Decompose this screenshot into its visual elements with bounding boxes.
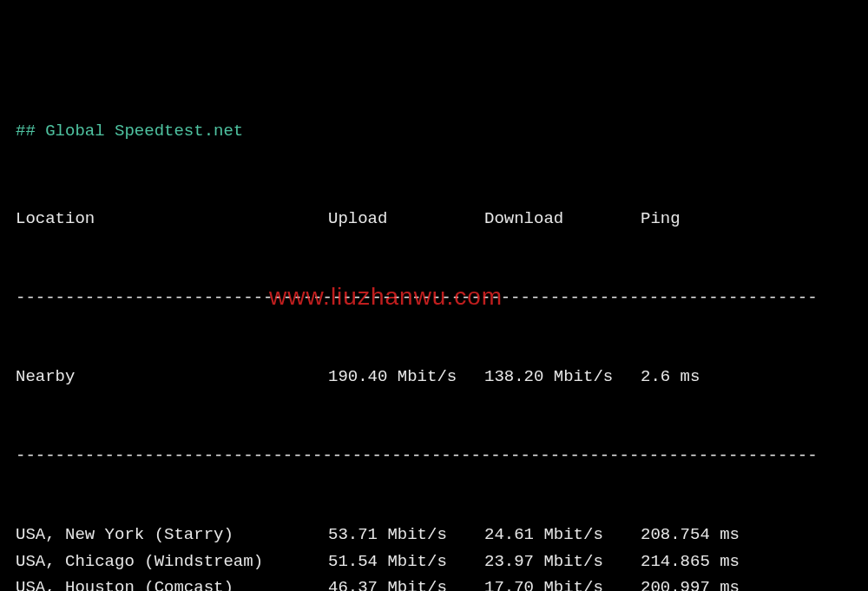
cell-location: USA, Chicago (Windstream) bbox=[16, 548, 328, 575]
nearby-download: 138.20 Mbit/s bbox=[484, 364, 641, 390]
col-header-upload: Upload bbox=[328, 206, 484, 232]
cell-download: 24.61 Mbit/s bbox=[484, 522, 641, 548]
col-header-download: Download bbox=[484, 206, 641, 232]
table-row: USA, Houston (Comcast)46.37 Mbit/s17.70 … bbox=[16, 575, 852, 591]
nearby-row: Nearby 190.40 Mbit/s 138.20 Mbit/s 2.6 m… bbox=[16, 364, 852, 390]
nearby-upload: 190.40 Mbit/s bbox=[328, 364, 484, 390]
cell-location: USA, Houston (Comcast) bbox=[16, 575, 328, 591]
col-header-ping: Ping bbox=[641, 206, 852, 232]
table-header-row: Location Upload Download Ping bbox=[16, 206, 852, 232]
table-row: USA, Chicago (Windstream)51.54 Mbit/s23.… bbox=[16, 548, 852, 575]
section-title: ## Global Speedtest.net bbox=[16, 118, 852, 144]
cell-location: USA, New York (Starry) bbox=[16, 522, 328, 548]
table-row: USA, New York (Starry)53.71 Mbit/s24.61 … bbox=[16, 522, 852, 548]
speedtest-rows: USA, New York (Starry)53.71 Mbit/s24.61 … bbox=[16, 522, 852, 591]
cell-upload: 53.71 Mbit/s bbox=[328, 522, 484, 548]
cell-upload: 46.37 Mbit/s bbox=[328, 575, 484, 591]
nearby-location: Nearby bbox=[16, 364, 328, 390]
nearby-ping: 2.6 ms bbox=[641, 364, 852, 390]
cell-upload: 51.54 Mbit/s bbox=[328, 548, 484, 575]
cell-ping: 200.997 ms bbox=[641, 575, 852, 591]
cell-download: 23.97 Mbit/s bbox=[484, 548, 641, 575]
divider-line: ----------------------------------------… bbox=[16, 285, 852, 311]
cell-ping: 208.754 ms bbox=[641, 522, 852, 548]
cell-download: 17.70 Mbit/s bbox=[484, 575, 641, 591]
col-header-location: Location bbox=[16, 206, 328, 232]
divider-line: ----------------------------------------… bbox=[16, 443, 852, 469]
cell-ping: 214.865 ms bbox=[641, 548, 852, 575]
